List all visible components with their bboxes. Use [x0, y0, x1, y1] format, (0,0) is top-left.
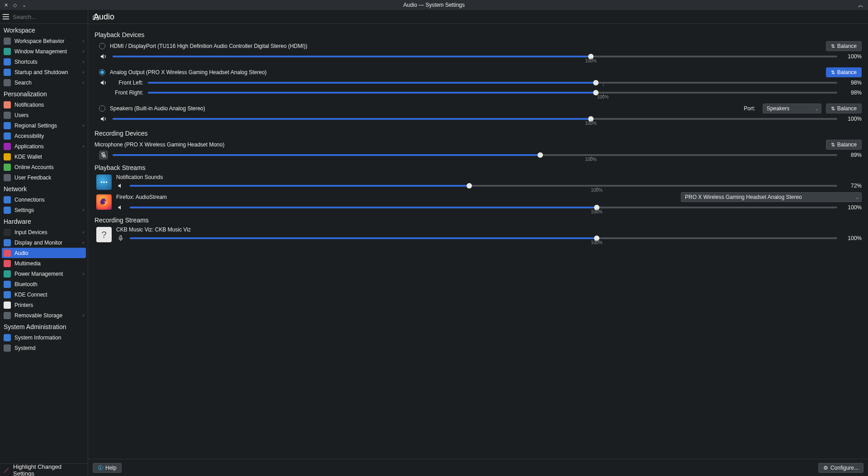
sidebar-item-input-devices[interactable]: Input Devices› — [0, 227, 88, 237]
sidebar-item-settings[interactable]: Settings› — [0, 205, 88, 215]
sidebar-item-startup-and-shutdown[interactable]: Startup and Shutdown› — [0, 67, 88, 77]
port-select[interactable]: Speakers — [763, 104, 821, 113]
pin-icon[interactable]: ◇ — [12, 2, 18, 8]
section-recording-streams: Recording Streams — [94, 217, 862, 224]
slider-track[interactable]: 100% — [148, 90, 837, 96]
highlight-label: Highlight Changed Settings — [13, 463, 84, 476]
slider-track[interactable]: 100% — [130, 235, 837, 241]
sidebar-item-label: KDE Connect — [14, 292, 84, 298]
section-recording-devices: Recording Devices — [94, 130, 862, 137]
window-controls: ✕ ◇ ⌄ — [3, 2, 27, 8]
sidebar-item-kde-connect[interactable]: KDE Connect — [0, 289, 88, 300]
sidebar-item-label: Bluetooth — [14, 281, 84, 287]
sidebar-item-label: Accessibility — [14, 133, 84, 139]
menu-icon[interactable] — [3, 12, 9, 21]
sidebar-item-label: Printers — [14, 302, 84, 308]
sidebar-item-power-management[interactable]: Power Management› — [0, 269, 88, 279]
sidebar-item-icon — [4, 281, 11, 288]
port-label: Port: — [744, 105, 755, 112]
sidebar-item-printers[interactable]: Printers — [0, 300, 88, 310]
notification-icon — [96, 174, 112, 190]
slider-track[interactable]: 100% — [130, 183, 837, 189]
chevron-right-icon: › — [83, 207, 84, 212]
stream-notification: Notification Sounds 100% 72% — [96, 174, 862, 190]
sidebar-item-icon — [4, 112, 11, 119]
sidebar-item-online-accounts[interactable]: Online Accounts — [0, 162, 88, 172]
sidebar-item-multimedia[interactable]: Multimedia — [0, 258, 88, 269]
svg-point-0 — [101, 181, 103, 183]
sidebar-item-user-feedback[interactable]: User Feedback — [0, 172, 88, 183]
slider-track[interactable]: 100% — [130, 204, 837, 211]
balance-button-analog[interactable]: ⇅Balance — [826, 67, 862, 77]
balance-icon: ⇅ — [831, 43, 835, 49]
balance-button-hdmi[interactable]: ⇅Balance — [826, 41, 862, 51]
search-input[interactable] — [13, 14, 89, 20]
mute-button-ckb[interactable] — [116, 234, 125, 243]
device-analog-header: Analog Output (PRO X Wireless Gaming Hea… — [99, 67, 862, 77]
mute-button-analog[interactable] — [99, 78, 108, 87]
sidebar-item-applications[interactable]: Applications› — [0, 141, 88, 151]
balance-icon: ⇅ — [831, 70, 835, 75]
gear-icon: ⚙ — [823, 465, 828, 471]
slider-pct-fr: 98% — [842, 90, 862, 96]
sidebar-group-label: Personalization — [0, 88, 88, 99]
chevron-right-icon: › — [83, 144, 84, 149]
sidebar-item-shortcuts[interactable]: Shortcuts› — [0, 57, 88, 67]
help-button[interactable]: 🛈 Help — [93, 463, 122, 473]
channel-fl-label: Front Left: — [113, 80, 143, 86]
mute-button-speakers[interactable] — [99, 114, 108, 123]
mute-button-mic[interactable] — [99, 151, 108, 160]
chevron-down-icon[interactable]: ⌄ — [21, 2, 27, 8]
balance-button-mic[interactable]: ⇅Balance — [826, 140, 862, 150]
sidebar-item-notifications[interactable]: Notifications — [0, 99, 88, 110]
sidebar-item-workspace-behavior[interactable]: Workspace Behavior› — [0, 36, 88, 46]
balance-button-speakers[interactable]: ⇅Balance — [826, 104, 862, 113]
sidebar-item-systemd[interactable]: Systemd — [0, 343, 88, 353]
section-playback-devices: Playback Devices — [94, 31, 862, 38]
slider-pct-speakers: 100% — [842, 116, 862, 122]
stream-device-select[interactable]: PRO X Wireless Gaming Headset Analog Ste… — [681, 192, 862, 202]
sidebar-item-audio[interactable]: Audio — [2, 248, 86, 258]
sidebar-item-removable-storage[interactable]: Removable Storage› — [0, 310, 88, 320]
main-header: Audio — [88, 10, 868, 24]
sidebar-item-window-management[interactable]: Window Management› — [0, 46, 88, 57]
sidebar-item-system-information[interactable]: System Information — [0, 332, 88, 343]
slider-pct-notif: 72% — [842, 183, 862, 189]
stream-name: Firefox: AudioStream — [116, 194, 676, 200]
slider-track[interactable]: 100% — [113, 152, 837, 158]
sidebar-item-kde-wallet[interactable]: KDE Wallet — [0, 151, 88, 162]
slider-track[interactable] — [148, 80, 837, 86]
section-playback-streams: Playback Streams — [94, 164, 862, 171]
mute-button-hdmi[interactable] — [99, 52, 108, 61]
configure-button[interactable]: ⚙ Configure... — [818, 463, 863, 473]
slider-track[interactable]: 100% — [113, 53, 837, 60]
sidebar-group-label: Network — [0, 183, 88, 194]
slider-pct-fl: 98% — [842, 80, 862, 86]
mute-button-notif[interactable] — [116, 181, 125, 190]
sidebar-item-label: Removable Storage — [14, 312, 79, 319]
radio-hdmi[interactable] — [99, 43, 105, 49]
sidebar-item-icon — [4, 69, 11, 76]
sidebar-item-label: Search — [14, 80, 79, 86]
collapse-icon[interactable]: ︽ — [856, 1, 865, 9]
close-icon[interactable]: ✕ — [3, 2, 9, 8]
balance-icon: ⇅ — [831, 142, 835, 148]
sidebar-item-display-and-monitor[interactable]: Display and Monitor› — [0, 237, 88, 248]
device-mic-header: Microphone (PRO X Wireless Gaming Headse… — [94, 140, 862, 150]
sidebar-list[interactable]: WorkspaceWorkspace Behavior›Window Manag… — [0, 24, 88, 463]
sidebar-footer[interactable]: ／ Highlight Changed Settings — [0, 463, 88, 476]
sidebar-item-label: Shortcuts — [14, 59, 79, 65]
radio-analog[interactable] — [99, 69, 105, 75]
sidebar-item-users[interactable]: Users — [0, 110, 88, 120]
sidebar-item-label: Workspace Behavior — [14, 38, 79, 44]
main-panel: Audio Playback Devices HDMI / DisplayPor… — [88, 10, 868, 476]
sidebar-item-search[interactable]: Search› — [0, 77, 88, 88]
sidebar-item-accessibility[interactable]: Accessibility — [0, 131, 88, 141]
mute-button-firefox[interactable] — [116, 203, 125, 212]
radio-speakers[interactable] — [99, 105, 105, 112]
sidebar-item-connections[interactable]: Connections — [0, 194, 88, 205]
sidebar-item-bluetooth[interactable]: Bluetooth — [0, 279, 88, 289]
slider-track[interactable]: 100% — [113, 116, 837, 122]
sidebar-item-regional-settings[interactable]: Regional Settings› — [0, 120, 88, 131]
content-scroll[interactable]: Playback Devices HDMI / DisplayPort (TU1… — [88, 24, 868, 459]
